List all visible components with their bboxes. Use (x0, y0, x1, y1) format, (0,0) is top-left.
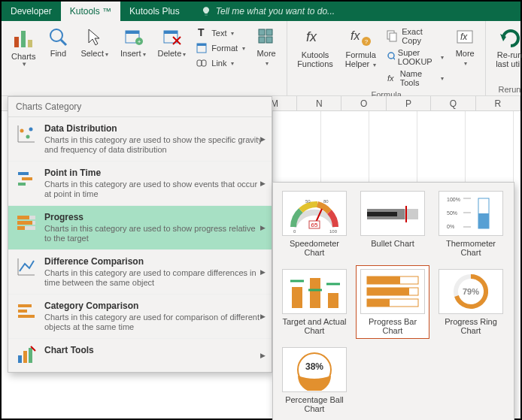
gallery-percentage-ball[interactable]: 38% Percentage Ball Chart (278, 343, 351, 417)
category-point-in-time[interactable]: Point in TimeCharts in this category are… (8, 162, 272, 206)
col-head[interactable]: O (341, 96, 386, 110)
svg-rect-84 (367, 288, 409, 295)
tab-developer[interactable]: Developer (2, 2, 61, 21)
svg-line-29 (393, 58, 395, 62)
name-tools-button[interactable]: fxName Tools▾ (383, 68, 448, 89)
tab-kutools-plus[interactable]: Kutools Plus (120, 2, 189, 21)
svg-rect-51 (18, 315, 35, 318)
text-icon: T (196, 27, 208, 39)
category-chart-tools[interactable]: Chart Tools ▶ (8, 339, 272, 372)
chevron-right-icon: ▶ (260, 313, 266, 320)
find-button[interactable]: Find (42, 24, 74, 83)
redo-icon (499, 26, 521, 49)
ring-thumb-icon: 79% (441, 270, 501, 313)
svg-rect-17 (202, 60, 206, 66)
more-button-1[interactable]: More▾ (250, 24, 282, 83)
svg-rect-20 (259, 37, 265, 43)
gallery-progress-bar[interactable]: Progress Bar Chart (356, 265, 429, 339)
more-button-2[interactable]: fx More▾ (449, 24, 481, 89)
svg-rect-21 (266, 37, 272, 43)
category-difference-comparison[interactable]: Difference ComparisonCharts in this cate… (8, 250, 272, 295)
svg-rect-79 (328, 293, 338, 308)
ribbon: Charts ▼ Find Select▾ + Insert▾ Del (2, 21, 520, 96)
charts-category-menu: Charts Category Data DistributionCharts … (8, 96, 272, 373)
svg-rect-1 (21, 31, 26, 47)
svg-text:?: ? (364, 38, 368, 45)
progress-chart-gallery: 65 0 50 80 100 Speedometer Chart Bullet … (272, 182, 514, 420)
svg-point-35 (20, 129, 24, 133)
col-head[interactable]: R (476, 96, 520, 110)
delete-button[interactable]: Delete▾ (153, 24, 192, 83)
gallery-target-actual[interactable]: Target and Actual Chart (278, 265, 351, 339)
cursor-icon (84, 26, 105, 47)
svg-rect-19 (266, 29, 272, 35)
ribbon-group-1: Charts ▼ Find Select▾ + Insert▾ Del (2, 21, 287, 95)
link-menu[interactable]: Link▾ (193, 56, 249, 71)
rerun-button[interactable]: Re-run last utili (490, 24, 522, 83)
svg-rect-0 (14, 37, 19, 47)
progress-icon (16, 212, 37, 233)
col-head[interactable]: Q (431, 96, 475, 110)
svg-rect-2 (28, 40, 32, 47)
svg-rect-86 (367, 299, 390, 307)
svg-rect-82 (367, 276, 400, 284)
svg-text:100: 100 (329, 229, 338, 234)
ribbon-group-formula: fx Kutools Functions fx? Formula Helper … (287, 21, 486, 95)
col-head[interactable]: P (387, 96, 431, 110)
timeline-icon (16, 168, 37, 189)
svg-rect-27 (390, 33, 396, 41)
fx-icon: fx (304, 26, 326, 49)
category-data-distribution[interactable]: Data DistributionCharts in this category… (8, 117, 272, 162)
category-category-comparison[interactable]: Category ComparisonCharts in this catego… (8, 295, 272, 339)
tab-kutools[interactable]: Kutools ™ (61, 2, 120, 21)
svg-text:80: 80 (323, 199, 329, 204)
svg-point-36 (26, 135, 30, 139)
svg-rect-54 (29, 348, 32, 363)
exact-copy-button[interactable]: Exact Copy (383, 26, 448, 47)
svg-line-4 (61, 40, 66, 45)
hbar-icon (16, 301, 37, 322)
formula-icon: fx (387, 72, 396, 84)
formula-helper-button[interactable]: fx? Formula Helper ▾ (340, 24, 381, 89)
format-menu[interactable]: Format▾ (193, 41, 249, 56)
svg-rect-65 (367, 212, 397, 216)
svg-rect-39 (22, 177, 32, 180)
chevron-right-icon: ▶ (260, 268, 266, 276)
svg-rect-74 (478, 213, 489, 228)
svg-rect-15 (197, 44, 206, 46)
gallery-progress-ring[interactable]: 79% Progress Ring Chart (434, 265, 508, 339)
charts-category-title: Charts Category (8, 97, 272, 117)
svg-point-37 (29, 128, 33, 131)
tell-me-search[interactable]: Tell me what you want to do... (189, 2, 335, 21)
kutools-functions-button[interactable]: fx Kutools Functions (292, 24, 338, 89)
svg-text:fx: fx (460, 32, 468, 42)
svg-text:+: + (137, 38, 141, 45)
svg-point-28 (388, 53, 394, 59)
scatter-icon (16, 123, 37, 144)
diff-icon (16, 256, 37, 277)
bullet-thumb-icon (363, 192, 423, 234)
svg-text:fx: fx (351, 29, 360, 42)
col-head[interactable]: N (297, 96, 341, 110)
bar-chart-icon (11, 26, 35, 50)
insert-button[interactable]: + Insert▾ (115, 24, 151, 83)
text-menu[interactable]: TText▾ (193, 26, 249, 41)
gallery-thermometer[interactable]: 100% 50% 0% Thermometer Chart (434, 187, 508, 261)
svg-text:0%: 0% (447, 224, 454, 229)
ribbon-group-rerun: Re-run last utili Rerun (486, 21, 522, 95)
super-lookup-button[interactable]: Super LOOKUP▾ (383, 47, 448, 68)
speedometer-thumb-icon: 65 0 50 80 100 (284, 192, 344, 234)
charts-button[interactable]: Charts ▼ (6, 24, 41, 83)
svg-text:50: 50 (305, 199, 311, 204)
svg-rect-6 (126, 31, 139, 34)
category-progress[interactable]: ProgressCharts in this category are used… (8, 206, 272, 250)
svg-rect-18 (259, 29, 265, 35)
svg-text:38%: 38% (305, 361, 323, 372)
svg-rect-52 (18, 355, 22, 363)
format-icon (196, 42, 208, 54)
gallery-bullet[interactable]: Bullet Chart (356, 187, 429, 261)
svg-text:fx: fx (306, 29, 317, 44)
gallery-speedometer[interactable]: 65 0 50 80 100 Speedometer Chart (278, 187, 351, 261)
tell-me-placeholder: Tell me what you want to do... (216, 6, 335, 17)
select-button[interactable]: Select▾ (75, 24, 114, 83)
